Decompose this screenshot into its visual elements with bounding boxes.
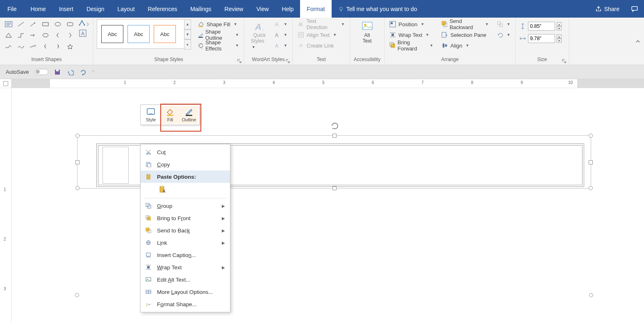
edit-shape-button[interactable]	[79, 19, 90, 27]
resize-handle-se-outer[interactable]	[589, 293, 593, 297]
tab-layout[interactable]: Layout	[111, 0, 141, 18]
comments-button[interactable]	[625, 0, 644, 18]
shape-gallery[interactable]	[3, 19, 75, 51]
tell-me-search[interactable]: Tell me what you want to do	[332, 0, 424, 18]
tab-review[interactable]: Review	[218, 0, 250, 18]
resize-handle-sw[interactable]	[75, 186, 80, 190]
header-cell[interactable]	[102, 147, 129, 184]
mini-style-button[interactable]: Style	[141, 106, 160, 124]
horizontal-ruler[interactable]: 1 2 3 4 5 6 7 8 9 10	[11, 79, 644, 88]
share-button[interactable]: Share	[589, 0, 625, 18]
tab-file[interactable]: File	[0, 0, 24, 18]
shape-outline-button[interactable]: Shape Outline▼	[196, 30, 241, 40]
tab-mailings[interactable]: Mailings	[184, 0, 218, 18]
context-cut[interactable]: Cut	[141, 146, 230, 158]
tab-home[interactable]: Home	[24, 0, 52, 18]
context-link[interactable]: Link ▶	[141, 237, 230, 249]
wrap-text-button[interactable]: Wrap Text▼	[388, 30, 435, 40]
align-text-button[interactable]: Align Text▼	[296, 30, 346, 40]
shape-brace-right-icon[interactable]	[65, 30, 75, 40]
tab-references[interactable]: References	[141, 0, 184, 18]
shape-hexagon-icon[interactable]	[40, 30, 51, 40]
shape-height-input[interactable]: 0.85"	[528, 22, 555, 31]
shape-style-preset-3[interactable]: Abc	[154, 25, 176, 43]
shape-line-arrow-icon[interactable]	[28, 19, 39, 29]
gallery-scroll-up[interactable]: ▲	[184, 19, 191, 30]
rotation-handle[interactable]	[330, 121, 339, 130]
collapse-ribbon-button[interactable]	[635, 39, 641, 44]
gallery-scroll[interactable]: ▲ ▼ ▾	[184, 19, 191, 50]
shape-elbow-connector-icon[interactable]	[16, 30, 26, 40]
resize-handle-w[interactable]	[75, 160, 80, 164]
context-paste-options[interactable]: Paste Options:	[141, 171, 230, 183]
shape-width-input[interactable]: 9.78"	[528, 34, 555, 43]
shape-arrow-right-icon[interactable]	[28, 30, 39, 40]
shape-style-preset-1[interactable]: Abc	[101, 25, 123, 43]
shape-scribble-icon[interactable]	[28, 41, 39, 51]
shape-textbox-icon[interactable]	[3, 19, 14, 29]
draw-text-box-button[interactable]: A	[79, 29, 90, 37]
redo-button[interactable]	[80, 69, 86, 75]
resize-handle-e[interactable]	[589, 160, 593, 164]
gallery-expand[interactable]: ▾	[184, 39, 191, 50]
tab-design[interactable]: Design	[80, 0, 111, 18]
text-outline-button[interactable]: A▼	[273, 30, 289, 40]
align-button[interactable]: Align▼	[440, 41, 490, 50]
tab-insert[interactable]: Insert	[52, 0, 80, 18]
bring-forward-button[interactable]: Bring Forward▼	[388, 41, 435, 50]
save-button[interactable]	[54, 69, 61, 75]
context-edit-alt-text[interactable]: Edit Alt Text...	[141, 273, 230, 286]
shape-star-icon[interactable]	[65, 41, 75, 51]
group-objects-button[interactable]: ▼	[495, 19, 512, 29]
gallery-scroll-down[interactable]: ▼	[184, 30, 191, 40]
shape-curve-icon[interactable]	[16, 41, 26, 51]
resize-handle-se[interactable]	[589, 186, 593, 190]
vertical-ruler[interactable]: 1 2 3	[0, 88, 11, 323]
height-spinner[interactable]: ▲▼	[557, 22, 562, 30]
context-bring-to-front[interactable]: Bring to Front ▶	[141, 212, 230, 224]
shape-line-icon[interactable]	[16, 19, 26, 29]
selection-pane-button[interactable]: Selection Pane	[440, 30, 490, 40]
dialog-launcher-icon[interactable]	[237, 59, 241, 63]
document-canvas[interactable]: Style Fill Outline Cut Copy	[11, 88, 644, 323]
mini-fill-button[interactable]: Fill	[161, 106, 180, 124]
resize-handle-ne[interactable]	[589, 134, 593, 138]
tab-selector[interactable]	[0, 79, 11, 88]
dialog-launcher-icon[interactable]	[562, 59, 566, 63]
shape-triangle-icon[interactable]	[3, 30, 14, 40]
send-backward-button[interactable]: Send Backward▼	[440, 19, 490, 29]
context-copy[interactable]: Copy	[141, 158, 230, 171]
rotate-button[interactable]: ▼	[495, 30, 512, 40]
tab-view[interactable]: View	[250, 0, 275, 18]
context-send-to-back[interactable]: Send to Back ▶	[141, 224, 230, 237]
tab-help[interactable]: Help	[275, 0, 300, 18]
shape-rounded-rect-icon[interactable]	[65, 19, 75, 29]
resize-handle-nw[interactable]	[75, 134, 80, 138]
paste-keep-text-button[interactable]: A	[157, 184, 168, 195]
autosave-toggle[interactable]	[34, 69, 48, 75]
text-direction-button[interactable]: A Text Direction▼	[296, 19, 346, 29]
qat-customize-button[interactable]: ⁼	[92, 69, 95, 75]
shape-oval-icon[interactable]	[52, 19, 63, 29]
text-fill-button[interactable]: A▼	[273, 19, 289, 29]
shape-style-preset-2[interactable]: Abc	[127, 25, 150, 43]
shape-brace-pair-left-icon[interactable]	[40, 41, 51, 51]
dialog-launcher-icon[interactable]	[286, 59, 290, 63]
shape-freeform-icon[interactable]	[3, 41, 14, 51]
create-link-button[interactable]: Create Link	[296, 41, 346, 50]
resize-handle-sw-outer[interactable]	[75, 293, 79, 297]
shape-brace-pair-right-icon[interactable]	[52, 41, 63, 51]
tab-format[interactable]: Format	[300, 0, 331, 18]
shape-rectangle-icon[interactable]	[40, 19, 51, 29]
mini-outline-button[interactable]: Outline	[180, 106, 198, 124]
quick-styles-button[interactable]: A Quick Styles ▼	[248, 19, 271, 51]
context-format-shape[interactable]: Format Shape...	[141, 298, 230, 310]
width-spinner[interactable]: ▲▼	[557, 34, 562, 43]
alt-text-button[interactable]: Alt Text	[358, 19, 377, 45]
context-insert-caption[interactable]: Insert Caption...	[141, 249, 230, 261]
undo-button[interactable]	[66, 69, 74, 75]
shape-brace-left-icon[interactable]	[52, 30, 63, 40]
shape-effects-button[interactable]: Shape Effects▼	[196, 41, 241, 50]
shape-style-gallery[interactable]: Abc Abc Abc ▲ ▼ ▾	[97, 19, 184, 49]
shape-fill-button[interactable]: Shape Fill▼	[196, 19, 241, 29]
